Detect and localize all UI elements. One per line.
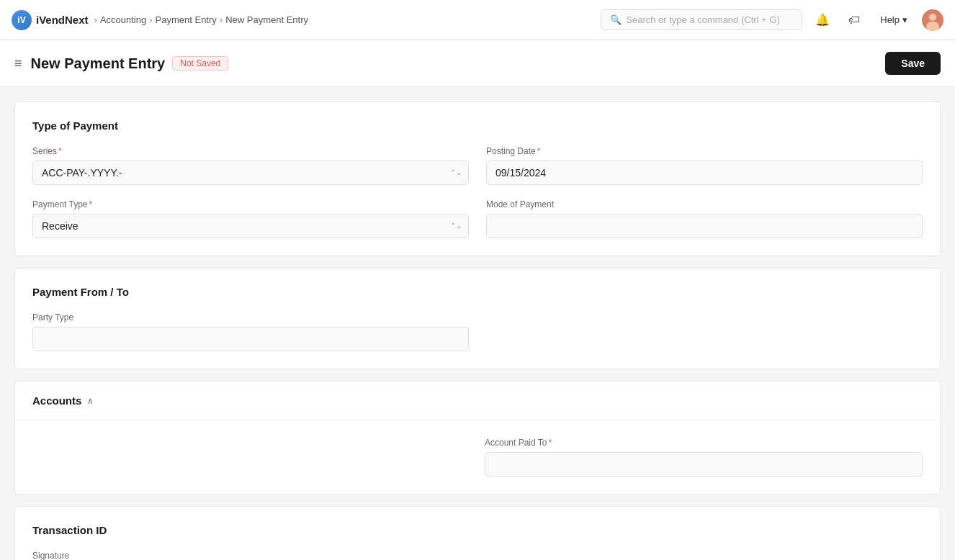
save-button[interactable]: Save: [885, 52, 941, 75]
not-saved-badge: Not Saved: [172, 56, 228, 71]
topnav-right: 🔍 Search or type a command (Ctrl + G) 🔔 …: [601, 9, 943, 32]
transaction-id-title: Transaction ID: [32, 524, 923, 536]
main-content: Type of Payment Series* ACC-PAY-.YYYY.- …: [0, 87, 955, 560]
transaction-section: Transaction ID Signature Attach: [14, 506, 941, 560]
notification-icon[interactable]: 🔔: [811, 9, 834, 32]
hamburger-menu[interactable]: ≡: [14, 56, 22, 71]
payment-from-to-title: Payment From / To: [32, 286, 923, 298]
chevron-down-icon: ▾: [902, 14, 907, 25]
page-header: ≡ New Payment Entry Not Saved Save: [0, 40, 955, 87]
mode-of-payment-label: Mode of Payment: [486, 199, 923, 209]
series-select-wrapper: ACC-PAY-.YYYY.-: [32, 161, 469, 185]
account-paid-to-right: Account Paid To*: [485, 438, 923, 477]
account-paid-to-left-spacer: [32, 438, 470, 477]
breadcrumb-sep2: ›: [149, 14, 152, 25]
top-nav: iV iVendNext › Accounting › Payment Entr…: [0, 0, 955, 40]
accounts-chevron-up: ∧: [87, 396, 94, 406]
svg-point-1: [929, 14, 936, 21]
type-of-payment-form: Series* ACC-PAY-.YYYY.- Posting Date* Pa…: [32, 146, 923, 238]
payment-type-select[interactable]: Receive Pay Internal Transfer: [32, 214, 469, 238]
payment-type-label: Payment Type*: [32, 199, 469, 209]
series-group: Series* ACC-PAY-.YYYY.-: [32, 146, 469, 185]
accounts-title: Accounts: [32, 394, 81, 407]
bookmark-icon[interactable]: 🏷: [843, 9, 866, 32]
breadcrumb: › Accounting › Payment Entry › New Payme…: [94, 14, 309, 25]
party-type-group: Party Type: [32, 312, 469, 351]
posting-date-group: Posting Date*: [486, 146, 923, 185]
accounts-section: Accounts ∧ Account Paid To*: [14, 381, 941, 494]
search-box[interactable]: 🔍 Search or type a command (Ctrl + G): [601, 9, 802, 30]
posting-date-label: Posting Date*: [486, 146, 923, 156]
breadcrumb-sep1: ›: [94, 14, 97, 25]
series-select[interactable]: ACC-PAY-.YYYY.-: [32, 161, 469, 185]
search-placeholder: Search or type a command (Ctrl + G): [626, 14, 780, 25]
accounts-body: Account Paid To*: [15, 420, 940, 494]
account-paid-to-group: Account Paid To*: [32, 438, 923, 477]
mode-of-payment-input[interactable]: [486, 214, 923, 238]
payment-type-select-wrapper: Receive Pay Internal Transfer: [32, 214, 469, 238]
app-logo[interactable]: iV iVendNext: [12, 10, 89, 30]
party-type-input[interactable]: [32, 327, 469, 351]
party-type-label: Party Type: [32, 312, 469, 322]
posting-date-input[interactable]: [486, 161, 923, 185]
page-title: New Payment Entry: [31, 55, 166, 72]
logo-icon: iV: [12, 10, 32, 30]
type-of-payment-section: Type of Payment Series* ACC-PAY-.YYYY.- …: [14, 101, 941, 256]
account-paid-to-input[interactable]: [485, 452, 923, 477]
payment-from-to-section: Payment From / To Party Type: [14, 268, 941, 369]
avatar[interactable]: [922, 9, 943, 31]
series-label: Series*: [32, 146, 469, 156]
help-button[interactable]: Help ▾: [874, 12, 913, 28]
accounts-header[interactable]: Accounts ∧: [15, 381, 940, 420]
mode-of-payment-group: Mode of Payment: [486, 199, 923, 238]
account-paid-to-label: Account Paid To*: [485, 438, 923, 448]
payment-type-group: Payment Type* Receive Pay Internal Trans…: [32, 199, 469, 238]
breadcrumb-current: New Payment Entry: [225, 14, 308, 25]
search-icon: 🔍: [610, 14, 622, 25]
type-of-payment-title: Type of Payment: [32, 119, 923, 132]
app-name: iVendNext: [36, 14, 89, 26]
signature-label: Signature: [32, 551, 923, 560]
payment-from-to-form: Party Type: [32, 312, 923, 351]
signature-group: Signature Attach: [32, 551, 923, 560]
breadcrumb-payment-entry[interactable]: Payment Entry: [156, 14, 217, 25]
breadcrumb-sep3: ›: [220, 14, 223, 25]
breadcrumb-accounting[interactable]: Accounting: [100, 14, 146, 25]
